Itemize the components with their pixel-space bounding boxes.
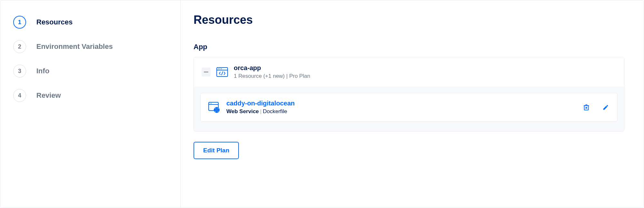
page-title: Resources <box>194 13 624 27</box>
resource-card: caddy-on-digitalocean Web Service|Docker… <box>200 93 618 122</box>
resource-actions <box>582 104 610 111</box>
resource-list: caddy-on-digitalocean Web Service|Docker… <box>194 86 624 131</box>
minus-icon <box>204 72 208 72</box>
svg-line-5 <box>222 72 223 75</box>
app-header: orca-app 1 Resource (+1 new) | Pro Plan <box>194 57 624 86</box>
resource-text: caddy-on-digitalocean Web Service|Docker… <box>226 100 576 115</box>
step-number: 3 <box>13 65 26 77</box>
app-browser-icon <box>216 67 228 77</box>
main-content: Resources App <box>181 0 644 208</box>
step-number: 2 <box>13 40 26 53</box>
collapse-button[interactable] <box>202 68 211 77</box>
steps-sidebar: 1 Resources 2 Environment Variables 3 In… <box>0 0 181 208</box>
wizard-page: 1 Resources 2 Environment Variables 3 In… <box>0 0 644 208</box>
edit-icon[interactable] <box>602 104 610 111</box>
step-label: Info <box>36 67 49 75</box>
resource-source: Dockerfile <box>263 108 287 114</box>
edit-plan-button[interactable]: Edit Plan <box>194 142 239 159</box>
web-service-icon <box>208 102 220 113</box>
app-name: orca-app <box>234 64 310 72</box>
svg-point-3 <box>220 68 220 69</box>
delete-icon[interactable] <box>582 104 590 111</box>
step-resources[interactable]: 1 Resources <box>13 10 167 34</box>
app-text: orca-app 1 Resource (+1 new) | Pro Plan <box>234 64 310 79</box>
step-info[interactable]: 3 Info <box>13 59 167 83</box>
svg-point-8 <box>210 103 211 104</box>
svg-point-4 <box>221 68 222 69</box>
step-label: Resources <box>36 18 73 26</box>
resource-name-link[interactable]: caddy-on-digitalocean <box>226 100 576 107</box>
app-meta: 1 Resource (+1 new) | Pro Plan <box>234 73 310 79</box>
resource-type: Web Service <box>226 108 259 114</box>
step-label: Review <box>36 91 61 100</box>
step-number: 4 <box>13 89 26 102</box>
section-label-app: App <box>194 43 624 51</box>
step-environment-variables[interactable]: 2 Environment Variables <box>13 34 167 59</box>
step-review[interactable]: 4 Review <box>13 83 167 108</box>
resource-meta: Web Service|Dockerfile <box>226 108 576 115</box>
svg-point-2 <box>218 68 219 69</box>
step-label: Environment Variables <box>36 42 113 51</box>
app-card: orca-app 1 Resource (+1 new) | Pro Plan <box>194 57 624 131</box>
svg-point-9 <box>211 103 212 104</box>
step-number: 1 <box>13 16 26 29</box>
